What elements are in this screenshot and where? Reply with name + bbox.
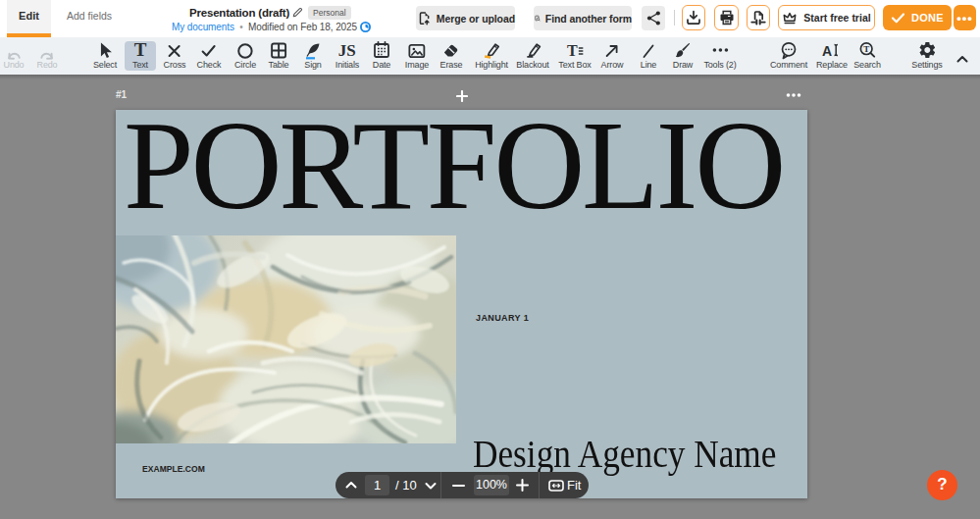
svg-text:T: T (863, 44, 869, 54)
svg-text:T: T (134, 40, 147, 60)
svg-text:JS: JS (338, 41, 356, 60)
svg-text:T: T (567, 42, 578, 59)
svg-text:A: A (822, 43, 832, 59)
